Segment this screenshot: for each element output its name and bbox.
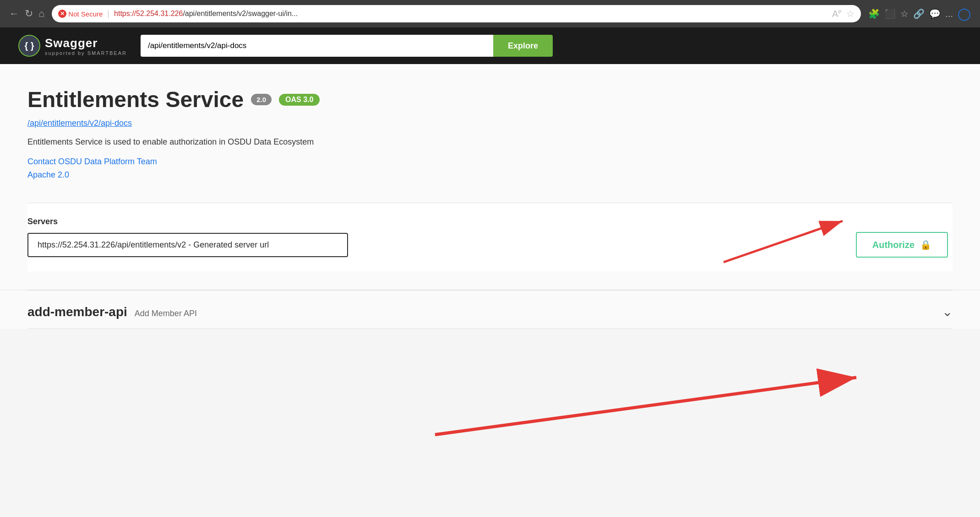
api-group-section: add-member-api Add Member API ⌄ [0, 290, 980, 329]
swagger-header: { } Swagger supported by SMARTBEAR Explo… [0, 27, 980, 64]
back-button[interactable]: ← [9, 8, 19, 20]
favorites-icon[interactable]: ☆ [900, 8, 909, 19]
contact-link[interactable]: Contact OSDU Data Platform Team [27, 157, 953, 167]
not-secure-badge: ✕ Not Secure [58, 10, 103, 18]
feedback-icon[interactable]: 💬 [929, 8, 941, 19]
browser-toolbar-icons: 🧩 ⬛ ☆ 🔗 💬 ... ◯ [868, 7, 971, 21]
address-separator: | [107, 9, 109, 19]
swagger-logo-text: Swagger supported by SMARTBEAR [45, 36, 127, 56]
lock-icon: 🔒 [920, 239, 931, 250]
servers-row: https://52.254.31.226/api/entitlements/v… [27, 232, 953, 258]
swagger-url-input[interactable] [141, 35, 493, 57]
authorize-button[interactable]: Authorize 🔒 [856, 232, 948, 258]
home-button[interactable]: ⌂ [38, 8, 44, 20]
service-description: Entitlements Service is used to enable a… [27, 137, 953, 147]
version-badge: 2.0 [251, 94, 272, 105]
license-link[interactable]: Apache 2.0 [27, 170, 953, 180]
svg-line-1 [724, 221, 843, 262]
address-bar[interactable]: ✕ Not Secure | https://52.254.31.226/api… [52, 5, 861, 22]
refresh-button[interactable]: ↻ [25, 8, 33, 20]
profile-icon[interactable]: ◯ [958, 7, 971, 21]
not-secure-label: Not Secure [68, 10, 103, 18]
browser-nav-buttons: ← ↻ ⌂ [9, 8, 44, 20]
font-size-icon[interactable]: Aᴾ [832, 8, 842, 19]
api-section-title: add-member-api Add Member API [27, 305, 197, 319]
swagger-logo-icon: { } [18, 35, 40, 57]
server-url-display[interactable]: https://52.254.31.226/api/entitlements/v… [27, 233, 348, 257]
main-content: Entitlements Service 2.0 OAS 3.0 /api/en… [0, 64, 980, 290]
svg-line-3 [435, 377, 856, 435]
service-links: Contact OSDU Data Platform Team Apache 2… [27, 157, 953, 180]
servers-label: Servers [27, 217, 953, 226]
oas-badge: OAS 3.0 [279, 94, 320, 106]
service-title: Entitlements Service [27, 87, 244, 112]
swagger-logo-sub: supported by SMARTBEAR [45, 50, 127, 56]
chevron-down-icon[interactable]: ⌄ [942, 304, 953, 319]
not-secure-icon: ✕ [58, 10, 66, 18]
explore-button[interactable]: Explore [493, 35, 553, 57]
more-icon[interactable]: ... [945, 9, 953, 19]
authorize-label: Authorize [872, 240, 915, 250]
swagger-search-bar: Explore [141, 35, 553, 57]
swagger-logo: { } Swagger supported by SMARTBEAR [18, 35, 127, 57]
api-name: add-member-api [27, 305, 127, 319]
url-red-part: https://52.254.31.226 [114, 10, 183, 17]
collections-icon[interactable]: 🔗 [913, 8, 925, 19]
api-section-header[interactable]: add-member-api Add Member API ⌄ [27, 304, 953, 319]
servers-section: Servers https://52.254.31.226/api/entitl… [27, 203, 953, 271]
service-title-row: Entitlements Service 2.0 OAS 3.0 [27, 87, 953, 112]
browser-chrome: ← ↻ ⌂ ✕ Not Secure | https://52.254.31.2… [0, 0, 980, 27]
api-docs-link[interactable]: /api/entitlements/v2/api-docs [27, 118, 953, 128]
address-url: https://52.254.31.226/api/entitlements/v… [114, 10, 828, 18]
star-icon[interactable]: ☆ [846, 8, 855, 19]
api-section-divider [27, 329, 953, 329]
api-section: add-member-api Add Member API ⌄ [27, 290, 953, 329]
tab-groups-icon[interactable]: ⬛ [884, 8, 896, 19]
swagger-logo-name: Swagger [45, 36, 127, 50]
api-description: Add Member API [135, 309, 197, 318]
extensions-icon[interactable]: 🧩 [868, 8, 880, 19]
url-normal-part: /api/entitlements/v2/swagger-ui/in... [183, 10, 298, 17]
